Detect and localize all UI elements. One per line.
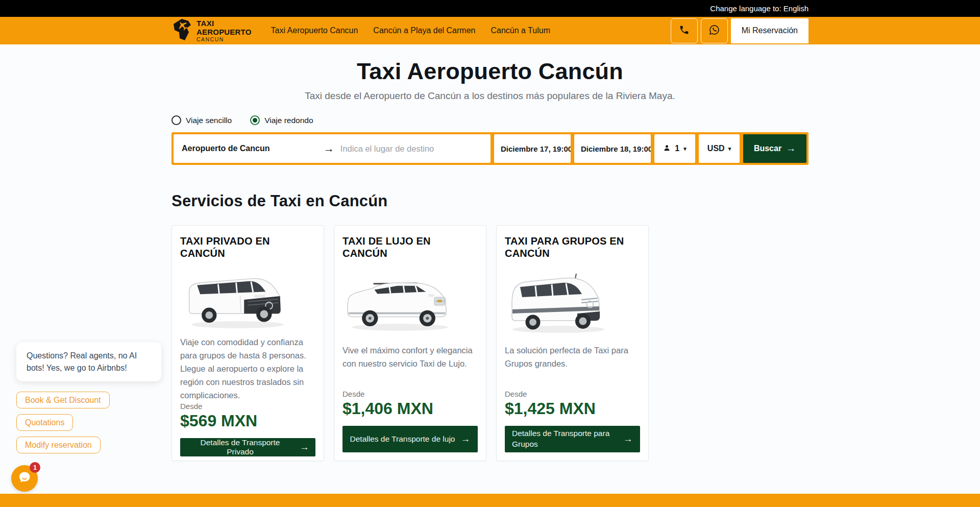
search-bar: → Diciembre 17, 19:00 Diciembre 18, 19:0… — [172, 132, 808, 165]
arrow-right-icon: → — [324, 142, 334, 155]
whatsapp-icon — [708, 24, 720, 37]
price: $569 MXN — [180, 412, 315, 430]
details-luxury-button[interactable]: Detalles de Transporte de lujo → — [342, 426, 478, 452]
main-header: TAXI AEROPUERTO CANCUN Taxi Aeropuerto C… — [0, 17, 980, 44]
nav-item-cancun-playa-del-carmen[interactable]: Cancún a Playa del Carmen — [373, 26, 475, 35]
card-description: Viaje con comodidad y confianza para gru… — [180, 335, 315, 402]
details-private-button[interactable]: Detalles de Transporte Privado → — [180, 438, 315, 456]
route-fields: → — [174, 134, 491, 163]
whatsapp-button[interactable] — [701, 18, 728, 43]
arrow-right-icon: → — [460, 433, 470, 445]
main-nav: Taxi Aeropuerto Cancun Cancún a Playa de… — [271, 26, 550, 35]
from-label: Desde — [505, 390, 640, 398]
chat-message-bubble: Questions? Real agents, no AI bots! Yes,… — [16, 342, 161, 381]
price: $1,425 MXN — [505, 399, 640, 418]
card-title: TAXI DE LUJO EN CANCÚN — [342, 235, 478, 260]
radio-circle-round-trip[interactable] — [250, 115, 260, 125]
airplane-logo-icon — [172, 18, 193, 43]
phone-icon — [679, 25, 690, 37]
my-reservation-button[interactable]: Mi Reservación — [731, 18, 808, 43]
from-label: Desde — [180, 402, 315, 411]
search-button[interactable]: Buscar → — [743, 134, 806, 163]
footer-strip — [0, 494, 980, 507]
chat-launcher-button[interactable]: 1 — [11, 465, 38, 492]
radio-round-trip[interactable]: Viaje redondo — [250, 115, 313, 125]
chevron-down-icon: ▾ — [683, 146, 687, 152]
chat-unread-badge: 1 — [30, 462, 40, 473]
page-subtitle: Taxi desde el Aeropuerto de Cancún a los… — [0, 90, 980, 102]
group-van-image — [505, 265, 640, 341]
arrow-right-icon: → — [623, 433, 633, 445]
card-description: Vive el máximo confort y elegancia con n… — [342, 344, 478, 370]
chat-action-book-discount[interactable]: Book & Get Discount — [16, 392, 110, 408]
return-date-field[interactable]: Diciembre 18, 19:00 — [574, 134, 651, 163]
header-actions: Mi Reservación — [671, 18, 808, 43]
price: $1,406 MXN — [342, 399, 478, 418]
nav-item-cancun-tulum[interactable]: Cancún a Tulum — [491, 26, 550, 35]
luxury-suv-image — [342, 265, 478, 341]
radio-one-way[interactable]: Viaje sencillo — [172, 115, 232, 125]
site-logo[interactable]: TAXI AEROPUERTO CANCUN — [172, 18, 252, 43]
services-heading: Servicios de Taxi en Cancún — [172, 192, 808, 210]
chevron-down-icon: ▾ — [728, 146, 731, 152]
page: Change language to: English TAXI AEROPUE… — [0, 0, 980, 507]
private-van-image — [180, 265, 315, 332]
page-title: Taxi Aeropuerto Cancún — [0, 58, 980, 85]
chat-action-modify-reservation[interactable]: Modify reservation — [16, 437, 101, 453]
radio-circle-one-way[interactable] — [172, 115, 181, 125]
card-taxi-privado: TAXI PRIVADO EN CANCÚN — [172, 225, 324, 461]
hero-section: Taxi Aeropuerto Cancún Taxi desde el Aer… — [0, 44, 980, 102]
card-description: La solución perfecta de Taxi para Grupos… — [505, 344, 640, 370]
nav-item-taxi-aeropuerto-cancun[interactable]: Taxi Aeropuerto Cancun — [271, 26, 358, 35]
arrow-right-icon: → — [300, 442, 309, 453]
card-title: TAXI PRIVADO EN CANCÚN — [180, 235, 315, 260]
chat-action-quotations[interactable]: Quotations — [16, 414, 73, 431]
logo-text: TAXI AEROPUERTO CANCUN — [197, 19, 252, 42]
passengers-select[interactable]: 1 ▾ — [654, 134, 695, 163]
card-title: TAXI PARA GRUPOS EN CANCÚN — [505, 235, 640, 260]
from-label: Desde — [342, 390, 478, 398]
currency-value: USD — [707, 144, 725, 153]
service-cards: TAXI PRIVADO EN CANCÚN — [172, 225, 808, 461]
origin-input[interactable] — [182, 144, 317, 153]
chat-bubble-icon — [16, 469, 33, 488]
currency-select[interactable]: USD ▾ — [699, 134, 740, 163]
pickup-date-field[interactable]: Diciembre 17, 19:00 — [494, 134, 571, 163]
card-taxi-grupos: TAXI PARA GRUPOS EN CANCÚN — [496, 225, 649, 461]
phone-button[interactable] — [671, 18, 698, 43]
arrow-right-icon: → — [786, 143, 796, 154]
details-groups-button[interactable]: Detalles de Transporte para Grupos → — [505, 426, 640, 452]
person-icon — [663, 144, 671, 154]
card-taxi-lujo: TAXI DE LUJO EN CANCÚN — [334, 225, 486, 461]
radio-label-round-trip: Viaje redondo — [264, 116, 313, 125]
trip-type-options: Viaje sencillo Viaje redondo — [172, 115, 808, 125]
radio-label-one-way: Viaje sencillo — [186, 116, 232, 125]
top-bar: Change language to: English — [0, 0, 980, 17]
destination-input[interactable] — [340, 144, 482, 154]
change-language-link[interactable]: Change language to: English — [710, 4, 808, 13]
passengers-value: 1 — [675, 144, 679, 153]
